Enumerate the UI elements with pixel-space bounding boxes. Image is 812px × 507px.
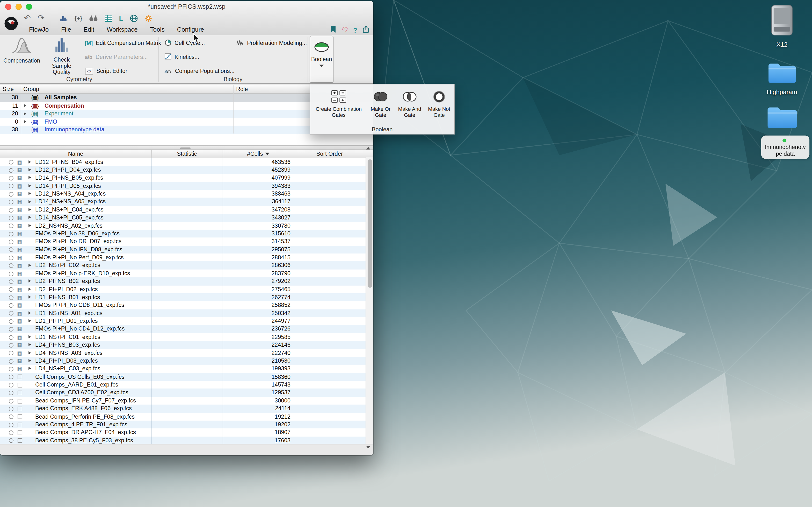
sample-row[interactable]: ▦LD4_NS+NS_A03_exp.fcs222740 [0,349,366,357]
sample-grid-icon[interactable]: ▦ [17,198,22,206]
expand-arrow-icon[interactable] [29,192,31,195]
sample-name[interactable]: Cell Comps_CD3 A700_E02_exp.fcs [35,389,128,397]
sample-name[interactable]: LD2_NS+PI_C02_exp.fcs [35,262,100,270]
expand-arrow-icon[interactable] [24,120,27,123]
expand-arrow-icon[interactable] [29,216,31,219]
column-header-size[interactable]: Size [3,86,14,93]
sample-checkbox-icon[interactable] [18,422,22,427]
sample-name[interactable]: LD1_NS+PI_C01_exp.fcs [35,333,100,341]
expand-arrow-icon[interactable] [29,312,31,315]
expand-arrow-icon[interactable] [29,184,31,187]
sample-name[interactable]: FMOs PI+PI_No CD8_D11_exp.fcs [35,301,124,309]
sample-grid-icon[interactable]: ▦ [17,285,22,293]
sample-select-circle[interactable] [9,422,13,427]
column-header-sort-order[interactable]: Sort Order [294,150,366,157]
sample-select-circle[interactable] [9,375,13,379]
sample-row[interactable]: ▦LD14_PI+PI_D05_exp.fcs394383 [0,182,366,190]
share-icon[interactable] [362,25,369,35]
sample-select-circle[interactable] [9,311,13,316]
sample-row[interactable]: ▦LD14_NS+NS_A05_exp.fcs364117 [0,198,366,206]
table-editor-icon[interactable] [104,13,112,23]
sample-row[interactable]: ▦LD12_NS+NS_A04_exp.fcs388463 [0,190,366,198]
sample-grid-icon[interactable]: ▦ [17,237,22,245]
sample-grid-icon[interactable]: ▦ [17,333,22,341]
proliferation-modeling-button[interactable]: Proliferation Modeling... [237,38,307,48]
sample-name[interactable]: LD4_NS+PI_C03_exp.fcs [35,365,100,373]
help-icon[interactable]: ? [353,26,357,34]
sample-checkbox-icon[interactable] [18,383,22,387]
menu-workspace[interactable]: Workspace [107,26,138,33]
script-editor-button[interactable]: c:\ Script Editor [85,66,128,76]
sample-name[interactable]: LD2_PI+NS_B02_exp.fcs [35,277,100,285]
expand-arrow-icon[interactable] [29,288,31,291]
sample-row[interactable]: Bead Comps_Perforin PE_F08_exp.fcs19212 [0,412,366,420]
sample-select-circle[interactable] [9,351,13,355]
sample-select-circle[interactable] [9,399,13,403]
binoculars-icon[interactable] [89,13,98,23]
sample-select-circle[interactable] [9,200,13,205]
sample-row[interactable]: Cell Comps_AARD_E01_exp.fcs145743 [0,381,366,389]
desktop-icon-x12[interactable]: X12 [765,4,799,48]
expand-arrow-icon[interactable] [29,200,31,203]
sample-name[interactable]: FMOs PI+PI_No Perf_D09_exp.fcs [35,253,124,262]
sample-grid-icon[interactable]: ▦ [17,182,22,190]
undo-button[interactable]: ↶ [24,13,31,23]
sample-row[interactable]: ▦FMOs PI+PI_No Perf_D09_exp.fcs288415 [0,253,366,262]
sample-name[interactable]: LD12_NS+PI_C04_exp.fcs [35,206,103,214]
sample-select-circle[interactable] [9,295,13,300]
group-name[interactable]: Experiment [45,110,73,118]
expand-arrow-icon[interactable] [29,264,31,267]
sample-grid-icon[interactable]: ▦ [17,341,22,349]
group-name[interactable]: FMO [45,118,57,125]
sample-name[interactable]: Bead Comps_38 PE-Cy5_F03_exp.fcs [35,437,133,445]
sample-select-circle[interactable] [9,247,13,252]
sample-row[interactable]: ▦LD4_NS+PI_C03_exp.fcs199393 [0,365,366,373]
sample-select-circle[interactable] [9,414,13,419]
make-and-gate-button[interactable]: Make And Gate [395,88,424,121]
histogram-icon[interactable] [59,13,68,23]
sample-checkbox-icon[interactable] [18,439,22,443]
sample-name[interactable]: LD4_PI+PI_D03_exp.fcs [35,357,98,365]
sample-grid-icon[interactable]: ▦ [17,301,22,309]
sample-row[interactable]: ▦FMOs PI+PI_No DR_D07_exp.fcs314537 [0,237,366,245]
scroll-down-icon[interactable] [366,446,370,449]
sample-row[interactable]: ▦FMOs PI+PI_No IFN_D08_exp.fcs295075 [0,245,366,253]
sample-row[interactable]: ▦LD12_PI+NS_B04_exp.fcs463536 [0,158,366,166]
sample-select-circle[interactable] [9,208,13,212]
expand-arrow-icon[interactable] [29,224,31,227]
expand-arrow-icon[interactable] [29,208,31,211]
sample-name[interactable]: LD14_NS+NS_A05_exp.fcs [35,198,106,206]
sample-name[interactable]: LD2_PI+PI_D02_exp.fcs [35,285,98,293]
sample-select-circle[interactable] [9,343,13,348]
menu-tools[interactable]: Tools [150,26,164,33]
sample-select-circle[interactable] [9,239,13,244]
group-name[interactable]: All Samples [45,94,77,102]
sample-row[interactable]: ▦LD12_PI+PI_D04_exp.fcs452399 [0,166,366,174]
sample-name[interactable]: LD1_PI+NS_B01_exp.fcs [35,293,100,301]
sample-grid-icon[interactable]: ▦ [17,317,22,325]
sample-select-circle[interactable] [9,176,13,181]
column-header-group[interactable]: Group [23,86,39,93]
sample-name[interactable]: FMOs PI+PI_No CD4_D12_exp.fcs [35,325,125,333]
sample-select-circle[interactable] [9,224,13,228]
sample-row[interactable]: Bead Comps_4 PE-TR_F01_exp.fcs19202 [0,420,366,429]
expand-arrow-icon[interactable] [29,280,31,283]
sample-row[interactable]: ▦LD2_PI+NS_B02_exp.fcs279202 [0,277,366,285]
sample-row[interactable]: ▦LD14_NS+PI_C05_exp.fcs343027 [0,214,366,222]
sample-grid-icon[interactable]: ▦ [17,190,22,198]
sample-grid-icon[interactable]: ▦ [17,245,22,253]
zoom-button[interactable] [26,4,32,10]
compensation-button[interactable]: Compensation [3,37,40,75]
expand-arrow-icon[interactable] [29,359,31,362]
column-header-name[interactable]: Name [0,150,151,157]
bookmark-icon[interactable] [331,25,337,35]
expand-arrow-icon[interactable] [29,295,31,299]
sample-select-circle[interactable] [9,216,13,220]
group-name[interactable]: Compensation [45,102,84,110]
sample-grid-icon[interactable]: ▦ [17,365,22,373]
menu-configure[interactable]: Configure [177,26,204,33]
sample-grid-icon[interactable]: ▦ [17,349,22,357]
sample-row[interactable]: ▦LD2_NS+NS_A02_exp.fcs330780 [0,222,366,230]
derive-parameters-button[interactable]: a/b Derive Parameters... [85,52,148,62]
splitter-handle-icon[interactable] [180,148,191,149]
